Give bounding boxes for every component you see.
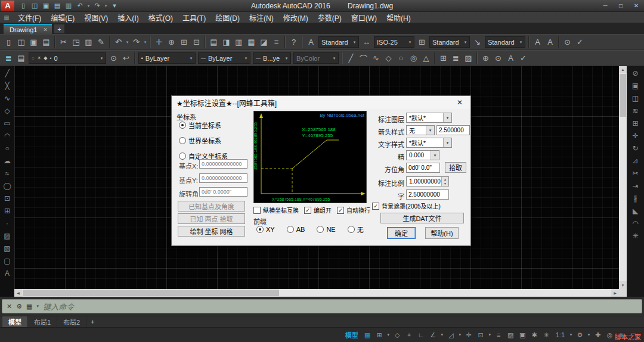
spin-down-icon[interactable]: ▼ bbox=[441, 182, 448, 186]
menu-item-10[interactable]: 窗口(W) bbox=[346, 12, 382, 23]
help-icon[interactable]: ? bbox=[287, 36, 300, 48]
add-layout-button[interactable]: + bbox=[86, 316, 98, 327]
menu-item-6[interactable]: 绘图(D) bbox=[210, 12, 244, 23]
layer-previous-icon[interactable]: ↩ bbox=[120, 52, 132, 64]
pick-button[interactable]: 拾取 bbox=[445, 162, 466, 173]
ok-button[interactable]: 确定 bbox=[387, 227, 416, 239]
lineweight-combo[interactable]: —B...ye▾ bbox=[253, 52, 291, 64]
dialog-left-button-0[interactable]: 已知基点及角度 bbox=[178, 201, 245, 212]
cut-icon[interactable]: ✂ bbox=[57, 36, 70, 48]
zoom-realtime-icon[interactable]: ⊕ bbox=[165, 36, 178, 48]
object-snap-icon-dropdown-icon[interactable]: ▾ bbox=[487, 332, 493, 337]
trim-icon[interactable]: ✂ bbox=[630, 167, 642, 179]
insert-block-icon[interactable]: ⊡ bbox=[1, 192, 13, 204]
table-style-combo[interactable]: Standard▾ bbox=[429, 36, 470, 48]
vertical-scroll-thumb[interactable] bbox=[620, 74, 626, 117]
arrow-size-field[interactable]: 2.500000 bbox=[436, 125, 470, 135]
multileader-style-combo[interactable]: Standard▾ bbox=[485, 36, 525, 48]
save-icon[interactable]: ▣ bbox=[41, 1, 51, 11]
workspace-gear-icon-dropdown-icon[interactable]: ▾ bbox=[586, 332, 592, 337]
arrow-style-combo[interactable]: 无 ▾ bbox=[406, 125, 435, 135]
annotation-scale[interactable]: 1:1 bbox=[553, 329, 568, 341]
command-customize-wrench-icon[interactable]: ⚙ bbox=[16, 303, 22, 310]
dialog-left-button-1[interactable]: 已知 两点 拾取 bbox=[178, 213, 245, 224]
sheet-set-manager-icon[interactable]: ▦ bbox=[245, 36, 258, 48]
preview-option-checkbox-1[interactable]: ✓编组开 bbox=[304, 206, 332, 214]
redo-icon-dropdown-icon[interactable]: ▾ bbox=[103, 4, 109, 8]
annotation-text-icon[interactable]: A bbox=[544, 36, 556, 48]
polar-tracking-icon[interactable]: ∠ bbox=[428, 329, 439, 341]
zoom-previous-icon[interactable]: ⊟ bbox=[190, 36, 203, 48]
make-block-icon[interactable]: ⊞ bbox=[1, 205, 13, 217]
close-button[interactable]: ✕ bbox=[628, 1, 644, 11]
undo-icon-dropdown-icon[interactable]: ▾ bbox=[86, 4, 91, 8]
dim-style-icon[interactable]: ↔ bbox=[360, 36, 373, 48]
layer-combo-arrow-icon[interactable]: ▾ bbox=[443, 113, 451, 122]
polyline-icon[interactable]: ∿ bbox=[1, 92, 13, 104]
scroll-down-icon[interactable]: ▼ bbox=[619, 281, 627, 289]
menu-item-3[interactable]: 插入(I) bbox=[113, 12, 143, 23]
command-line[interactable]: ✕ ⚙ ▦ ▾ 键入命令 bbox=[2, 299, 642, 313]
snap-icon[interactable]: ⊞ bbox=[374, 329, 385, 341]
redo-icon[interactable]: ↷ bbox=[92, 1, 103, 11]
menu-item-8[interactable]: 修改(M) bbox=[278, 12, 313, 23]
selection-cycling-icon[interactable]: ▣ bbox=[517, 329, 528, 341]
menu-item-5[interactable]: 工具(T) bbox=[178, 12, 210, 23]
rectangle-icon[interactable]: ▭ bbox=[1, 117, 13, 129]
draw-spline-icon[interactable]: ∿ bbox=[370, 52, 382, 64]
move-icon[interactable]: ✛ bbox=[630, 130, 642, 142]
layer-properties-icon[interactable]: ≣ bbox=[2, 52, 15, 64]
redo-icon[interactable]: ↷ bbox=[130, 36, 143, 48]
snap-icon-dropdown-icon[interactable]: ▾ bbox=[386, 332, 391, 337]
text-style-combo-arrow-icon[interactable]: ▾ bbox=[443, 138, 451, 147]
break-icon[interactable]: ∦ bbox=[630, 192, 642, 204]
draw-line-icon[interactable]: ╱ bbox=[345, 52, 357, 64]
rotate-icon[interactable]: ↻ bbox=[630, 142, 642, 154]
prefix-radio-0[interactable]: XY bbox=[256, 225, 275, 234]
spin-up-icon[interactable]: ▲ bbox=[441, 177, 448, 182]
region-icon[interactable]: ▢ bbox=[1, 255, 13, 267]
text-style-combo[interactable]: *默认* ▾ bbox=[406, 138, 452, 148]
new-file-icon[interactable]: ▯ bbox=[2, 36, 15, 48]
dialog-close-icon[interactable]: ✕ bbox=[451, 97, 469, 108]
arc-icon[interactable]: ◠ bbox=[1, 130, 13, 142]
tab-drawing1[interactable]: Drawing1 ✕ bbox=[4, 24, 52, 34]
layout-tab-1[interactable]: 布局1 bbox=[28, 316, 57, 327]
layout-tab-0[interactable]: 模型 bbox=[2, 316, 28, 327]
transparency-icon[interactable]: ▨ bbox=[505, 329, 516, 341]
line-icon[interactable]: ╱ bbox=[1, 67, 13, 79]
isodraft-icon-dropdown-icon[interactable]: ▾ bbox=[457, 332, 463, 337]
spline-icon[interactable]: ≈ bbox=[1, 167, 13, 179]
ortho-icon[interactable]: ∟ bbox=[416, 329, 427, 341]
color-combo[interactable]: ▪ByLayer▾ bbox=[138, 52, 196, 64]
menu-item-2[interactable]: 视图(V) bbox=[79, 12, 113, 23]
coord-system-radio-0[interactable]: 当前坐标系 bbox=[179, 120, 228, 130]
offset-icon[interactable]: ≋ bbox=[630, 105, 642, 117]
dynamic-input-icon[interactable]: ⌖ bbox=[404, 329, 415, 341]
base-y-field[interactable]: 0.000000000000 bbox=[199, 173, 247, 183]
pan-icon[interactable]: ✛ bbox=[153, 36, 165, 48]
draw-circle-icon[interactable]: ○ bbox=[395, 52, 407, 64]
plot-icon[interactable]: ▤ bbox=[40, 36, 52, 48]
properties-icon[interactable]: ▤ bbox=[208, 36, 220, 48]
layer-states-icon[interactable]: ▤ bbox=[15, 52, 27, 64]
polygon-icon[interactable]: ◇ bbox=[1, 105, 13, 117]
chamfer-icon[interactable]: ◣ bbox=[630, 205, 642, 217]
plot-icon[interactable]: ▥ bbox=[63, 1, 74, 11]
undo-icon[interactable]: ↶ bbox=[75, 1, 85, 11]
menu-item-7[interactable]: 标注(N) bbox=[244, 12, 278, 23]
dim-style-combo[interactable]: ISO-25▾ bbox=[374, 36, 414, 48]
array-icon[interactable]: ⊞ bbox=[630, 117, 642, 129]
model-space-toggle[interactable]: 模型 bbox=[342, 329, 361, 341]
precision-combo[interactable]: 0.000 ▾ bbox=[406, 150, 439, 160]
prefix-radio-1[interactable]: AB bbox=[287, 225, 305, 234]
revision-cloud-icon[interactable]: ☁ bbox=[1, 155, 13, 167]
vertical-scrollbar[interactable]: ▲ ▼ bbox=[619, 66, 627, 289]
point-icon[interactable]: ∙ bbox=[1, 217, 13, 229]
infer-constraints-icon[interactable]: ◇ bbox=[392, 329, 403, 341]
text-style-combo[interactable]: Standard▾ bbox=[318, 36, 359, 48]
command-input[interactable]: 键入命令 bbox=[43, 301, 74, 312]
menu-item-0[interactable]: 文件(F) bbox=[13, 12, 46, 23]
minimize-button[interactable]: ─ bbox=[597, 1, 613, 11]
ellipse-icon[interactable]: ◯ bbox=[1, 180, 13, 192]
